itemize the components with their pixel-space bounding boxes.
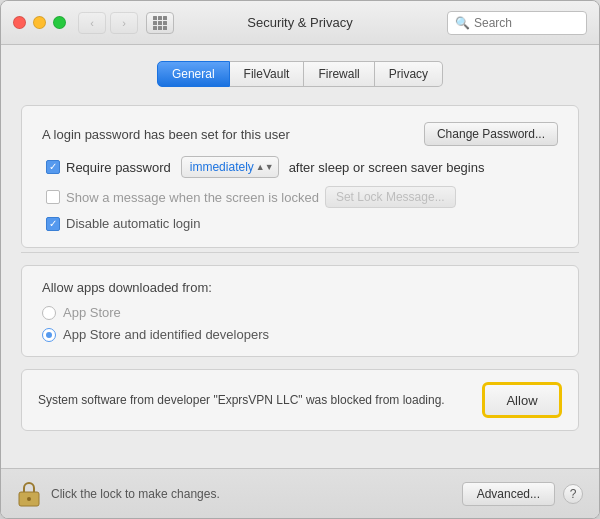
tab-general[interactable]: General: [157, 61, 230, 87]
checkmark-icon: ✓: [49, 162, 57, 172]
forward-icon: ›: [122, 17, 126, 29]
require-password-checkbox[interactable]: ✓: [46, 160, 60, 174]
password-timing-dropdown[interactable]: immediately ▲▼: [181, 156, 279, 178]
search-icon: 🔍: [455, 16, 470, 30]
bottom-bar: Click the lock to make changes. Advanced…: [1, 468, 599, 518]
disable-login-label: Disable automatic login: [66, 216, 200, 231]
window-title: Security & Privacy: [247, 15, 352, 30]
nav-buttons: ‹ ›: [78, 12, 138, 34]
back-icon: ‹: [90, 17, 94, 29]
disable-login-checkbox[interactable]: ✓: [46, 217, 60, 231]
titlebar: ‹ › Security & Privacy 🔍: [1, 1, 599, 45]
lock-icon: [17, 480, 41, 508]
maximize-button[interactable]: [53, 16, 66, 29]
app-store-radio[interactable]: [42, 306, 56, 320]
disable-login-row: ✓ Disable automatic login: [42, 216, 558, 231]
password-label: A login password has been set for this u…: [42, 127, 424, 142]
divider: [21, 252, 579, 253]
window: ‹ › Security & Privacy 🔍 General: [0, 0, 600, 519]
immediately-value: immediately: [190, 160, 254, 174]
require-password-row: ✓ Require password immediately ▲▼ after …: [42, 156, 558, 178]
show-message-checkbox[interactable]: [46, 190, 60, 204]
app-store-identified-radio-row: App Store and identified developers: [42, 327, 558, 342]
svg-point-1: [27, 497, 31, 501]
content: General FileVault Firewall Privacy A log…: [1, 45, 599, 468]
require-password-label: Require password: [66, 160, 171, 175]
grid-icon: [153, 16, 167, 30]
traffic-lights: [13, 16, 66, 29]
tab-filevault[interactable]: FileVault: [230, 61, 305, 87]
allow-apps-title: Allow apps downloaded from:: [42, 280, 558, 295]
tab-firewall[interactable]: Firewall: [304, 61, 374, 87]
app-store-label: App Store: [63, 305, 121, 320]
tab-privacy[interactable]: Privacy: [375, 61, 443, 87]
blocked-section: System software from developer "ExprsVPN…: [21, 369, 579, 431]
show-message-label: Show a message when the screen is locked: [66, 190, 319, 205]
search-box[interactable]: 🔍: [447, 11, 587, 35]
app-store-identified-radio[interactable]: [42, 328, 56, 342]
app-store-identified-label: App Store and identified developers: [63, 327, 269, 342]
change-password-button[interactable]: Change Password...: [424, 122, 558, 146]
minimize-button[interactable]: [33, 16, 46, 29]
tabs: General FileVault Firewall Privacy: [21, 61, 579, 87]
password-section: A login password has been set for this u…: [21, 105, 579, 248]
lock-label: Click the lock to make changes.: [51, 487, 462, 501]
password-row: A login password has been set for this u…: [42, 122, 558, 146]
advanced-button[interactable]: Advanced...: [462, 482, 555, 506]
allow-button[interactable]: Allow: [482, 382, 562, 418]
after-sleep-label: after sleep or screen saver begins: [289, 160, 485, 175]
app-store-radio-row: App Store: [42, 305, 558, 320]
blocked-text: System software from developer "ExprsVPN…: [38, 391, 482, 409]
forward-button[interactable]: ›: [110, 12, 138, 34]
close-button[interactable]: [13, 16, 26, 29]
dropdown-arrow-icon: ▲▼: [256, 162, 274, 172]
checkmark-icon2: ✓: [49, 219, 57, 229]
help-icon: ?: [570, 487, 577, 501]
set-lock-message-button[interactable]: Set Lock Message...: [325, 186, 456, 208]
radio-dot: [46, 332, 52, 338]
search-input[interactable]: [474, 16, 579, 30]
back-button[interactable]: ‹: [78, 12, 106, 34]
allow-apps-section: Allow apps downloaded from: App Store Ap…: [21, 265, 579, 357]
help-button[interactable]: ?: [563, 484, 583, 504]
grid-button[interactable]: [146, 12, 174, 34]
show-message-row: Show a message when the screen is locked…: [42, 186, 558, 208]
